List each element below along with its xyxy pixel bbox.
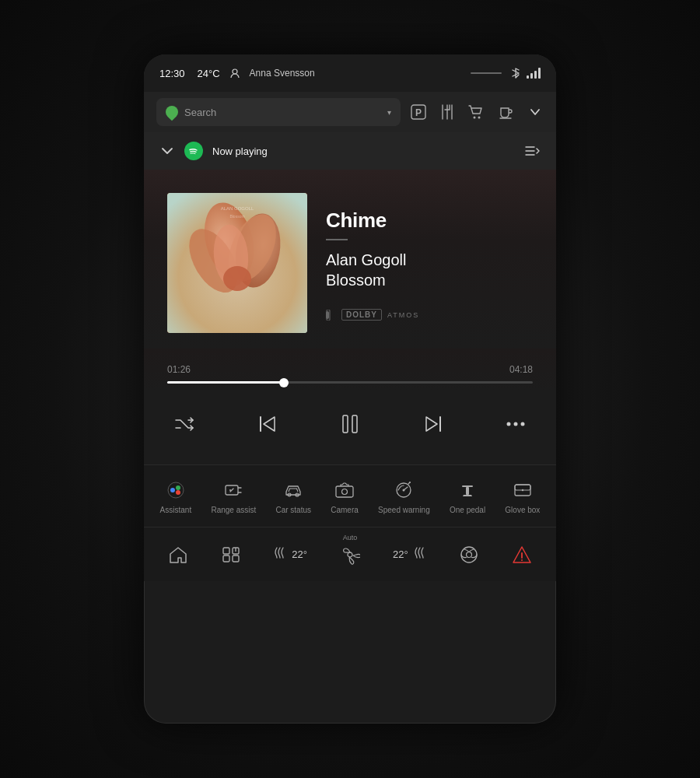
car-status-icon [281, 478, 306, 503]
more-nav-icon[interactable] [527, 103, 544, 121]
progress-section: 01:26 04:18 [144, 349, 556, 391]
svg-point-39 [176, 485, 180, 490]
svg-marker-28 [264, 417, 275, 431]
glove-box-label: Glove box [505, 506, 540, 514]
svg-rect-62 [223, 555, 229, 562]
album-art: ALAN GOGOLL Blossom [167, 193, 307, 333]
svg-point-11 [474, 117, 476, 119]
svg-rect-48 [336, 486, 353, 497]
climate-left-temp: 22° [292, 548, 307, 560]
next-button[interactable] [416, 407, 450, 441]
svg-rect-4 [538, 68, 541, 79]
quick-glove-box[interactable]: Glove box [505, 478, 540, 514]
svg-point-49 [342, 489, 348, 495]
svg-rect-31 [352, 415, 357, 433]
svg-rect-63 [233, 555, 239, 562]
nav-climate-right[interactable]: 22° [393, 545, 426, 564]
flower-artwork: ALAN GOGOLL Blossom [167, 193, 307, 333]
svg-point-65 [348, 552, 352, 557]
svg-point-67 [466, 552, 471, 557]
assistant-label: Assistant [160, 506, 192, 514]
quick-range-assist[interactable]: Range assist [211, 478, 256, 514]
climate-right-temp: 22° [393, 548, 408, 560]
svg-point-53 [409, 482, 411, 483]
search-input[interactable]: Search [184, 107, 381, 118]
cafe-icon[interactable] [497, 103, 514, 121]
svg-point-23 [223, 266, 251, 291]
user-icon [229, 68, 240, 79]
home-icon [168, 545, 188, 564]
warning-triangle-icon [512, 545, 532, 564]
svg-rect-30 [343, 415, 348, 433]
svg-rect-1 [527, 75, 529, 79]
range-assist-icon [221, 478, 246, 503]
car-frame: 12:30 24°C Anna Svensson [0, 0, 700, 778]
svg-point-69 [521, 559, 523, 561]
nav-icons: P [410, 103, 544, 121]
status-time: 12:30 [159, 68, 185, 79]
player-content: ALAN GOGOLL Blossom Chime Alan Gogoll Bl… [144, 170, 556, 349]
car-status-label: Car status [275, 506, 311, 514]
nav-warning[interactable] [512, 545, 532, 564]
more-button[interactable] [499, 407, 533, 441]
now-playing-left: Now playing [159, 142, 268, 160]
fan-icon [340, 545, 360, 565]
nav-steering[interactable] [459, 545, 479, 565]
svg-text:P: P [415, 107, 422, 118]
nav-climate-left[interactable]: 22° [274, 545, 307, 564]
quick-speed-warning[interactable]: Speed warning [378, 478, 430, 514]
speed-warning-icon [391, 478, 416, 503]
nav-apps[interactable] [221, 545, 241, 564]
shuffle-button[interactable] [167, 407, 201, 441]
quick-car-status[interactable]: Car status [275, 478, 311, 514]
seat-heat-right-icon [411, 545, 426, 564]
pause-button[interactable] [333, 407, 367, 441]
assistant-icon [163, 478, 188, 503]
screen: 12:30 24°C Anna Svensson [144, 54, 556, 724]
svg-point-59 [522, 489, 523, 491]
camera-icon [332, 478, 357, 503]
status-username: Anna Svensson [250, 68, 315, 79]
progress-thumb[interactable] [279, 378, 289, 387]
quick-one-pedal[interactable]: One pedal [450, 478, 485, 514]
cart-icon[interactable] [467, 103, 485, 121]
total-time: 04:18 [509, 364, 533, 375]
speed-warning-label: Speed warning [378, 506, 430, 514]
glove-box-icon [510, 478, 535, 503]
bluetooth-icon [511, 67, 520, 79]
nav-bar: Search ▾ P [144, 92, 556, 132]
parking-icon[interactable]: P [410, 103, 427, 121]
range-assist-label: Range assist [211, 506, 256, 514]
svg-point-40 [176, 490, 180, 495]
quick-assistant[interactable]: Assistant [160, 478, 192, 514]
svg-marker-32 [426, 417, 437, 431]
camera-label: Camera [331, 506, 359, 514]
progress-track[interactable] [167, 381, 533, 384]
svg-point-52 [403, 489, 405, 492]
svg-point-34 [507, 422, 511, 426]
dolby-icon [326, 310, 338, 321]
nav-fan[interactable]: Auto [340, 545, 360, 565]
svg-rect-2 [530, 73, 533, 79]
controls-section [144, 391, 556, 464]
svg-rect-60 [223, 548, 229, 554]
svg-rect-3 [534, 71, 537, 79]
now-playing-label: Now playing [212, 145, 268, 157]
search-box[interactable]: Search ▾ [156, 98, 401, 126]
spotify-icon [184, 142, 203, 160]
svg-text:Blossom: Blossom [229, 214, 244, 219]
svg-point-36 [521, 422, 525, 426]
collapse-icon[interactable] [159, 143, 175, 159]
quick-camera[interactable]: Camera [331, 478, 359, 514]
status-icons [511, 67, 541, 79]
svg-point-45 [229, 489, 231, 491]
signal-icon [527, 68, 541, 79]
bottom-nav: 22° Auto 22° [144, 527, 556, 581]
track-artist: Alan Gogoll Blossom [326, 250, 533, 290]
track-info-row: ALAN GOGOLL Blossom Chime Alan Gogoll Bl… [167, 193, 533, 333]
restaurant-icon[interactable] [439, 103, 455, 121]
one-pedal-icon [455, 478, 480, 503]
nav-home[interactable] [168, 545, 188, 564]
playlist-icon[interactable] [523, 142, 541, 159]
previous-button[interactable] [250, 407, 285, 441]
